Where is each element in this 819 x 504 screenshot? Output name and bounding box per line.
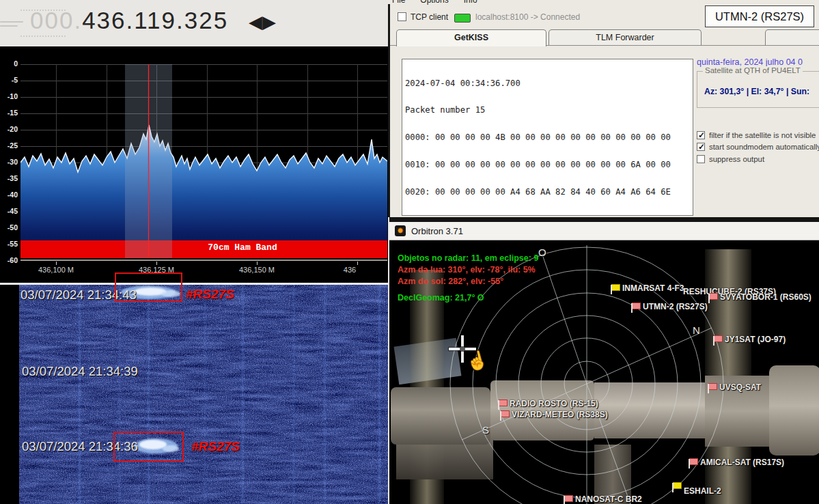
option-start-soundmodem[interactable]: start soundmodem automatically: [697, 143, 819, 151]
db-tick: -20: [0, 125, 18, 133]
checkbox-icon[interactable]: [697, 155, 705, 163]
radar-view[interactable]: O N S Objetos no radar: 11, em eclipse: …: [389, 241, 819, 504]
az-el-display: Az: 301,3° | El: 34,7° | Sun:: [704, 87, 809, 96]
freq-tick-label: 436,100 M: [32, 266, 80, 274]
db-tick: -45: [0, 207, 18, 215]
orbitron-titlebar[interactable]: ✹ Orbitron 3.71: [389, 222, 819, 240]
option-suppress-output[interactable]: suppress output: [697, 155, 764, 163]
flag-icon: [673, 482, 682, 489]
satellite-marker[interactable]: AMICAL-SAT (RS17S): [689, 458, 784, 467]
checkbox-label: start soundmodem automatically: [709, 143, 819, 151]
flag-icon: [709, 293, 718, 300]
db-tick: -40: [0, 191, 18, 199]
db-tick: -35: [0, 174, 18, 182]
signal-annotation: #RS27S: [186, 287, 234, 302]
satellite-marker[interactable]: SVYATOBOR-1 (RS60S): [709, 292, 811, 302]
hex-row: 0000: 00 00 00 00 4B 00 00 00 00 00 00 0…: [405, 133, 690, 142]
db-tick: -5: [0, 76, 18, 84]
frequency-display[interactable]: 000.436.119.325: [30, 7, 228, 34]
freq-tick-label: 436: [336, 266, 363, 274]
compass-west: O: [538, 247, 546, 258]
hex-row: 0030: A6 40 63 00 F0 46 42 02 00 01 00 1…: [405, 215, 690, 216]
satellite-marker[interactable]: ESHAIL-2: [673, 481, 721, 496]
db-tick: -30: [0, 158, 18, 166]
checkbox-label: filter if the satellite is not visible: [709, 131, 816, 139]
waterfall-display[interactable]: 03/07/2024 21:34:43 03/07/2024 21:34:39 …: [0, 285, 388, 504]
flag-icon: [501, 410, 510, 417]
log-timestamp: 2024-07-04 00:34:36.700: [405, 79, 690, 88]
freq-step-down-icon[interactable]: ◀: [249, 5, 262, 38]
freq-step-up-icon[interactable]: ▶: [262, 5, 276, 38]
satellite-marker[interactable]: UVSQ-SAT: [708, 382, 761, 392]
window-border: [388, 4, 390, 217]
frequency-header: 000.436.119.325 ◀ ▶: [0, 0, 388, 46]
db-tick: -60: [0, 256, 18, 264]
flag-icon: [632, 303, 641, 309]
flag-icon: [499, 400, 508, 406]
orbitron-window: ✹ Orbitron 3.71: [388, 217, 819, 504]
flag-icon: [564, 495, 573, 502]
tab-extra[interactable]: [765, 29, 819, 46]
db-tick: -50: [0, 223, 18, 232]
sun-azimuth-info: Azm do sol: 282°, elv: -55°: [398, 277, 503, 286]
moon-azimuth-info: Azm da lua: 310°, elv: -78°, ilu: 5%: [398, 265, 536, 275]
getkiss-window: FileOptionsInfo TCP client localhost:810…: [388, 0, 819, 217]
orbitron-title: Orbitron 3.71: [411, 226, 463, 236]
menu-bar: FileOptionsInfo: [392, 0, 665, 5]
spectrum-plot[interactable]: [20, 64, 387, 261]
spectrum-display[interactable]: 0 -5 -10 -15 -20 -25 -30 -35 -40 -45 -50…: [0, 46, 388, 283]
packet-log[interactable]: 2024-07-04 00:34:36.700 Packet number 15…: [402, 59, 693, 216]
signal-highlight-box: [115, 272, 182, 302]
tab-getkiss[interactable]: GetKISS: [396, 29, 546, 46]
tcp-client-checkbox[interactable]: [398, 12, 406, 21]
menu-info[interactable]: Info: [464, 0, 477, 5]
connection-led-icon: [454, 14, 471, 23]
connection-status: localhost:8100 -> Connected: [475, 12, 580, 22]
db-tick: -15: [0, 109, 18, 117]
compass-south: S: [482, 424, 489, 436]
selected-satellite-box[interactable]: UTMN-2 (RS27S): [705, 5, 814, 27]
waterfall-noise-speckle: [19, 285, 388, 504]
flag-icon: [714, 335, 723, 342]
freq-tick-mark: [56, 262, 57, 265]
signal-annotation: #RS27S: [191, 439, 240, 454]
drag-handle-icon[interactable]: [0, 21, 23, 23]
qth-groupbox: Satellite at QTH of PU4ELT Az: 301,3° | …: [697, 71, 819, 108]
tick-marks-bottom: [20, 36, 66, 40]
waterfall-timestamp: 03/07/2024 21:34:39: [22, 364, 138, 379]
date-display: quinta-feira, 2024 julho 04 0: [697, 57, 803, 67]
freq-tick-label: 436,150 M: [233, 266, 281, 274]
drag-handle-icon: [0, 25, 18, 27]
db-tick: 0: [0, 59, 18, 68]
menu-file[interactable]: File: [392, 0, 405, 5]
checkbox-icon[interactable]: [697, 143, 705, 151]
satellite-marker[interactable]: NANOSAT-C BR2: [564, 494, 642, 504]
flag-icon: [708, 383, 717, 390]
hex-row: 0010: 00 00 00 00 00 00 00 00 00 00 00 0…: [405, 160, 690, 169]
spectrum-fill: [20, 125, 387, 258]
checkbox-icon[interactable]: [697, 131, 705, 139]
tcp-client-label: TCP client: [411, 12, 448, 22]
hex-row: 0020: 00 00 00 00 00 A4 68 AA 82 84 40 6…: [405, 188, 690, 197]
radar-object-count: Objetos no radar: 11, em eclipse: 9: [398, 253, 538, 263]
freq-tick-mark: [156, 262, 157, 265]
satellite-marker[interactable]: UTMN-2 (RS27S): [632, 302, 708, 311]
satellite-marker[interactable]: VIZARD-METEO (RS38S): [501, 410, 608, 419]
waterfall-canvas[interactable]: [19, 285, 388, 504]
db-tick: -55: [0, 240, 18, 248]
satellite-marker[interactable]: JY1SAT (JO-97): [714, 335, 786, 344]
satellite-marker[interactable]: INMARSAT 4-F3: [611, 283, 684, 293]
sdr-panel: 000.436.119.325 ◀ ▶ 0: [0, 0, 388, 504]
frequency-prefix: 000.: [30, 7, 82, 33]
satellite-marker[interactable]: RADIO ROSTO (RS-15): [499, 399, 598, 408]
db-tick: -25: [0, 141, 18, 150]
menu-options[interactable]: Options: [420, 0, 448, 5]
tab-tlm-forwarder[interactable]: TLM Forwarder: [549, 29, 702, 46]
qth-group-label: Satellite at QTH of PU4ELT: [703, 66, 803, 74]
freq-tick-mark: [357, 262, 358, 265]
band-label: 70cm Ham Band: [171, 242, 314, 253]
compass-north: N: [693, 324, 700, 336]
option-filter-visible[interactable]: filter if the satellite is not visible: [697, 131, 816, 139]
flag-icon: [611, 284, 620, 291]
log-packet-number: Packet number 15: [405, 106, 690, 115]
